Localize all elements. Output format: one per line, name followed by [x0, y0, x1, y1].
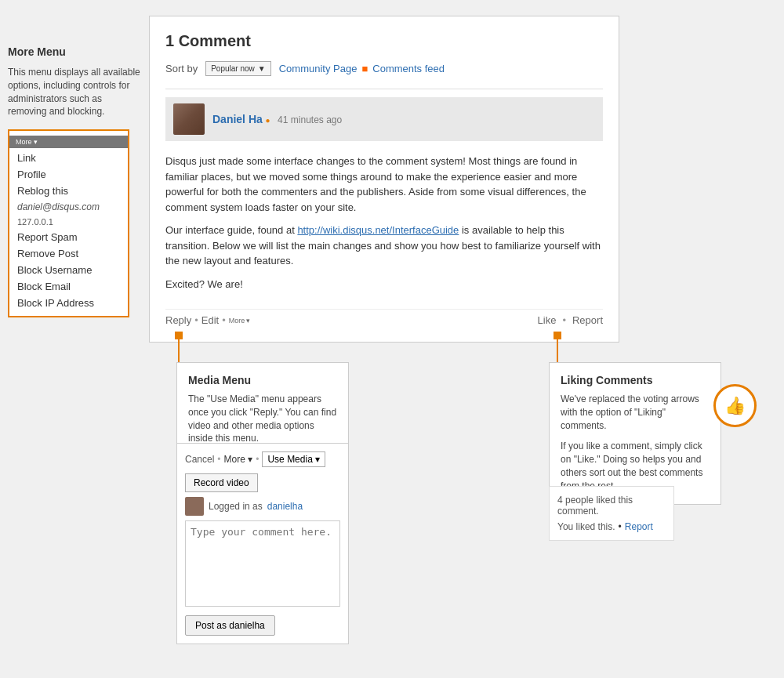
- menu-item-reblog[interactable]: Reblog this: [9, 183, 128, 199]
- avatar-image: [173, 103, 205, 135]
- like-icon-circle: 👍: [713, 384, 757, 427]
- comment-para-2: Our interface guide, found at http://wik…: [165, 223, 603, 269]
- post-button[interactable]: Post as danielha: [185, 615, 275, 636]
- menu-item-profile[interactable]: Profile: [9, 166, 128, 183]
- menu-item-block-ip[interactable]: Block IP Address: [9, 295, 128, 311]
- reply-area: Cancel • More ▾ • Use Media ▾ Record vid…: [176, 443, 349, 644]
- media-menu-desc: The "Use Media" menu appears once you cl…: [188, 393, 337, 445]
- more-menu-desc: This menu displays all available options…: [8, 66, 141, 118]
- report-button[interactable]: Report: [572, 314, 603, 326]
- logged-in-label: Logged in as: [209, 501, 263, 512]
- liking-callout: Liking Comments We've replaced the votin…: [549, 362, 721, 505]
- sort-option: Popular now: [211, 64, 255, 73]
- menu-item-ip: 127.0.0.1: [9, 215, 128, 229]
- comments-feed-link[interactable]: Comments feed: [372, 63, 445, 74]
- footer-left: Reply • Edit • More ▾: [165, 314, 250, 326]
- sort-bar: Sort by Popular now ▼ Community Page ■ C…: [165, 61, 603, 76]
- para2-prefix: Our interface guide, found at: [165, 224, 297, 236]
- reply-username[interactable]: danielha: [267, 501, 303, 512]
- comment-time: 41 minutes ago: [278, 114, 342, 125]
- more-menu-header[interactable]: More ▾: [9, 136, 128, 148]
- media-menu-title: Media Menu: [188, 374, 337, 386]
- more-menu-box: More ▾ Link Profile Reblog this daniel@d…: [8, 129, 129, 317]
- comment-block: Daniel Ha ● 41 minutes ago Disqus just m…: [165, 89, 603, 326]
- comment-author[interactable]: Daniel Ha: [212, 113, 263, 125]
- liked-report-link[interactable]: Report: [625, 521, 653, 532]
- sort-links: Community Page ■ Comments feed: [279, 63, 445, 74]
- liking-desc1: We've replaced the voting arrows with th…: [561, 393, 710, 432]
- liked-box: 4 people liked this comment. You liked t…: [549, 486, 674, 541]
- liking-title: Liking Comments: [561, 374, 710, 386]
- reply-toolbar: Cancel • More ▾ • Use Media ▾: [185, 451, 340, 467]
- menu-item-report-spam[interactable]: Report Spam: [9, 229, 128, 245]
- menu-item-remove-post[interactable]: Remove Post: [9, 245, 128, 262]
- use-media-button[interactable]: Use Media ▾: [262, 451, 325, 467]
- footer-right: Like • Report: [538, 314, 603, 326]
- reply-avatar: [185, 497, 204, 516]
- more-menu-header-label: More ▾: [16, 138, 38, 146]
- main-container: 1 Comment Sort by Popular now ▼ Communit…: [149, 16, 619, 343]
- sort-label: Sort by: [165, 63, 198, 74]
- comment-count: 1 Comment: [165, 32, 603, 50]
- menu-item-block-email[interactable]: Block Email: [9, 278, 128, 295]
- edit-button[interactable]: Edit: [201, 314, 219, 326]
- more-dropdown-reply[interactable]: More ▾: [224, 454, 253, 465]
- more-chevron-icon: ▾: [246, 317, 250, 324]
- more-menu-title: More Menu: [8, 45, 141, 58]
- menu-item-email: daniel@disqus.com: [9, 199, 128, 215]
- like-button[interactable]: Like: [538, 314, 557, 326]
- comment-body: Disqus just made some interface changes …: [165, 149, 603, 309]
- sort-chevron-icon: ▼: [258, 64, 266, 73]
- reply-button[interactable]: Reply: [165, 314, 191, 326]
- interface-guide-link[interactable]: http://wiki.disqus.net/InterfaceGuide: [297, 224, 459, 236]
- comment-footer: Reply • Edit • More ▾ Like • Report: [165, 309, 603, 326]
- liked-count: 4 people liked this comment.: [557, 495, 666, 517]
- community-page-link[interactable]: Community Page: [279, 63, 358, 74]
- avatar: [173, 103, 205, 135]
- more-dropdown[interactable]: More ▾: [229, 317, 251, 324]
- you-liked-text: You liked this.: [557, 521, 615, 532]
- author-info: Daniel Ha ● 41 minutes ago: [212, 113, 342, 125]
- comment-header: Daniel Ha ● 41 minutes ago: [165, 97, 603, 141]
- verified-badge-icon: ●: [265, 116, 270, 125]
- use-media-label: Use Media ▾: [267, 454, 320, 465]
- reply-textarea[interactable]: [185, 520, 340, 607]
- more-label: More: [229, 317, 245, 324]
- sort-select[interactable]: Popular now ▼: [205, 61, 271, 76]
- reply-user-row: Logged in as danielha: [185, 497, 340, 516]
- liking-desc2: If you like a comment, simply click on "…: [561, 440, 710, 492]
- comment-para-3: Excited? We are!: [165, 277, 603, 292]
- comment-para-1: Disqus just made some interface changes …: [165, 154, 603, 215]
- menu-item-block-username[interactable]: Block Username: [9, 262, 128, 278]
- rss-icon: ■: [361, 63, 368, 74]
- liked-you-row: You liked this. • Report: [557, 521, 666, 532]
- thumbs-up-icon: 👍: [724, 396, 746, 416]
- more-menu-panel: More Menu This menu displays all availab…: [8, 45, 141, 317]
- record-video-button[interactable]: Record video: [185, 473, 258, 492]
- more-label-reply: More ▾: [224, 454, 253, 465]
- cancel-button[interactable]: Cancel: [185, 454, 214, 465]
- menu-item-link[interactable]: Link: [9, 150, 128, 166]
